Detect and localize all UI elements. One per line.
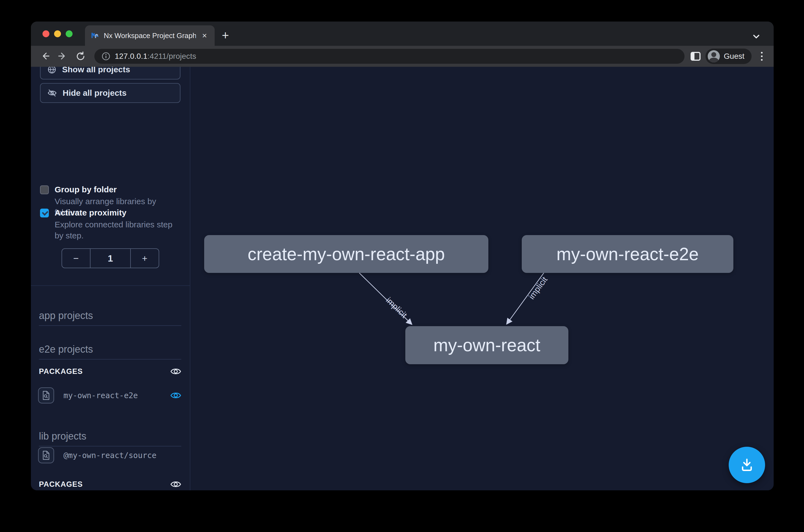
new-tab-button[interactable]: +: [222, 29, 229, 41]
e2e-projects-heading: e2e projects: [39, 344, 181, 360]
side-panel-icon[interactable]: [691, 52, 701, 61]
graph-node-my-own-react-e2e[interactable]: my-own-react-e2e: [522, 235, 733, 273]
tab-strip: Nx Workspace Project Graph × +: [31, 21, 774, 46]
depth-value: 1: [90, 249, 131, 268]
url-host: 127.0.0.1: [115, 52, 148, 60]
nx-favicon: [91, 32, 99, 40]
hide-all-projects-button[interactable]: Hide all projects: [40, 83, 180, 103]
sidebar: Show all projects Hide all projects Grou…: [31, 67, 190, 490]
graph-node-my-own-react[interactable]: my-own-react: [405, 326, 568, 364]
tab-title: Nx Workspace Project Graph: [104, 32, 196, 40]
toggle-all-packages-eye-icon[interactable]: [170, 480, 181, 489]
graph-node-create-my-own-react-app[interactable]: create-my-own-react-app: [204, 235, 489, 273]
download-image-button[interactable]: [729, 447, 765, 483]
browser-toolbar: 127.0.0.1:4211/projects Guest: [31, 46, 774, 67]
graph-edges: [190, 67, 774, 490]
hide-all-projects-label: Hide all projects: [63, 88, 127, 98]
tab-nx-workspace[interactable]: Nx Workspace Project Graph ×: [85, 25, 215, 46]
lib-projects-heading: lib projects: [39, 431, 181, 446]
lib-packages-header: PACKAGES: [39, 480, 181, 489]
tab-search-chevron-icon[interactable]: [751, 34, 761, 40]
option-label[interactable]: Activate proximity: [55, 208, 181, 217]
zoom-window-button[interactable]: [66, 30, 73, 37]
browser-window: Nx Workspace Project Graph × +: [31, 21, 774, 490]
project-graph-canvas[interactable]: implicit implicit create-my-own-react-ap…: [190, 67, 774, 490]
option-label[interactable]: Group by folder: [55, 185, 181, 194]
url-bar[interactable]: 127.0.0.1:4211/projects: [94, 49, 685, 64]
url-text: 127.0.0.1:4211/projects: [115, 52, 196, 61]
reload-button[interactable]: [73, 49, 88, 64]
close-window-button[interactable]: [42, 30, 50, 37]
avatar-icon: [708, 50, 720, 62]
increment-button[interactable]: +: [131, 249, 159, 268]
back-button[interactable]: [38, 49, 53, 64]
packages-heading: PACKAGES: [39, 367, 170, 376]
file-search-icon[interactable]: [38, 447, 54, 463]
decrement-button[interactable]: −: [62, 249, 90, 268]
packages-heading: PACKAGES: [39, 480, 170, 489]
show-all-projects-label: Show all projects: [62, 67, 130, 74]
app-projects-heading: app projects: [39, 310, 181, 326]
show-all-projects-button[interactable]: Show all projects: [40, 67, 180, 79]
close-tab-icon[interactable]: ×: [200, 32, 209, 40]
profile-button[interactable]: Guest: [706, 49, 751, 64]
sidebar-divider: [31, 285, 190, 286]
activate-proximity-checkbox[interactable]: [40, 209, 49, 217]
browser-menu-icon[interactable]: [757, 52, 767, 61]
project-name[interactable]: my-own-react-e2e: [63, 391, 170, 400]
project-visibility-eye-icon[interactable]: [170, 391, 181, 400]
toggle-all-packages-eye-icon[interactable]: [170, 367, 181, 376]
download-icon: [739, 457, 754, 473]
option-description: Explore connected libraries step by step…: [55, 219, 181, 241]
traffic-lights: [42, 30, 73, 37]
e2e-packages-header: PACKAGES: [39, 367, 181, 376]
profile-name: Guest: [724, 52, 744, 61]
file-search-icon[interactable]: [38, 387, 54, 403]
site-info-icon[interactable]: [101, 52, 110, 61]
group-by-folder-checkbox[interactable]: [40, 186, 49, 194]
forward-button[interactable]: [55, 49, 71, 64]
minimize-window-button[interactable]: [54, 30, 61, 37]
eye-off-icon: [47, 88, 57, 98]
project-row-my-own-react-e2e: my-own-react-e2e: [38, 387, 181, 403]
project-row-my-own-react-source: @my-own-react/source: [38, 447, 181, 463]
project-name[interactable]: @my-own-react/source: [63, 451, 181, 460]
option-activate-proximity: Activate proximity Explore connected lib…: [40, 208, 181, 241]
url-path: :4211/projects: [148, 52, 196, 60]
proximity-depth-stepper: − 1 +: [61, 248, 159, 268]
